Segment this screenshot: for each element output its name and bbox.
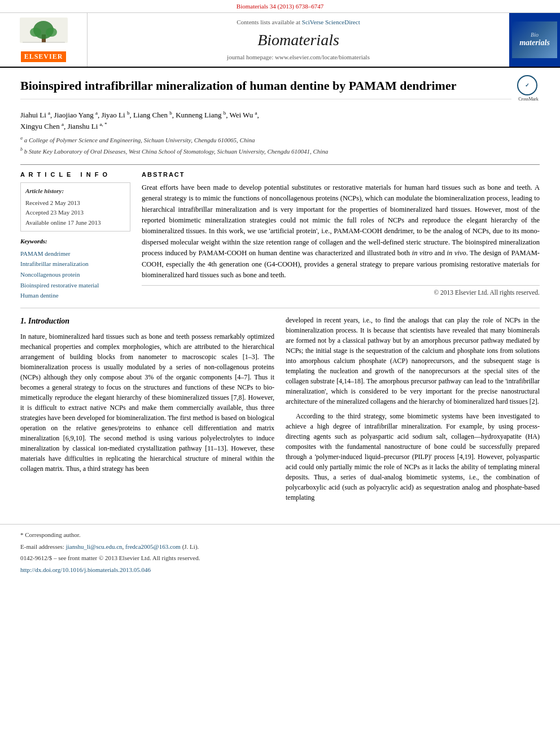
elsevier-logo: ELSEVIER <box>20 18 68 62</box>
article-footer: * Corresponding author. E-mail addresses… <box>0 524 560 582</box>
journal-name-display: Biomaterials <box>257 29 339 51</box>
journal-brand-box: Bio materials <box>509 13 560 67</box>
intro-para-2: developed in recent years, i.e., to find… <box>286 315 540 407</box>
corresponding-note-text: * Corresponding author. <box>20 531 81 538</box>
article-info-header: A R T I C L E I N F O <box>20 171 130 179</box>
abstract-text: Great efforts have been made to develop … <box>142 182 540 281</box>
elsevier-tree-icon <box>20 18 68 50</box>
copyright-line: © 2013 Elsevier Ltd. All rights reserved… <box>142 285 540 297</box>
body-col-left: 1. Introduction In nature, biomineralize… <box>20 315 274 507</box>
affiliation-a: a a College of Polymer Science and Engin… <box>20 135 540 145</box>
keyword-0[interactable]: PAMAM dendrimer <box>20 248 130 259</box>
history-title: Article history: <box>25 186 125 196</box>
body-col-right: developed in recent years, i.e., to find… <box>286 315 540 507</box>
journal-name-area: Contents lists available at SciVerse Sci… <box>88 13 509 67</box>
journal-reference: Biomaterials 34 (2013) 6738–6747 <box>0 0 560 13</box>
keyword-2[interactable]: Noncollagenous protein <box>20 269 130 280</box>
article-content: Bioinspired intrafibrillar mineralizatio… <box>0 68 560 513</box>
info-abstract-section: A R T I C L E I N F O Article history: R… <box>20 164 540 302</box>
elsevier-wordmark: ELSEVIER <box>21 51 67 62</box>
crossmark-circle[interactable]: ✓ <box>517 75 537 95</box>
accepted-date: Accepted 23 May 2013 <box>25 208 125 218</box>
article-info-col: A R T I C L E I N F O Article history: R… <box>20 171 130 302</box>
keywords-section: Keywords: PAMAM dendrimer Intrafibrillar… <box>20 237 130 301</box>
received-date: Received 2 May 2013 <box>25 198 125 208</box>
homepage-text: journal homepage: www.elsevier.com/locat… <box>227 54 370 60</box>
doi-link[interactable]: http://dx.doi.org/10.1016/j.biomaterials… <box>20 566 151 573</box>
email-addresses[interactable]: jianshu_li@scu.edu.cn <box>66 543 123 550</box>
affiliation-a-text: a College of Polymer Science and Enginee… <box>24 137 255 143</box>
keyword-3[interactable]: Bioinspired restorative material <box>20 280 130 291</box>
email-label: E-mail addresses: <box>20 543 64 550</box>
svg-point-3 <box>30 28 41 37</box>
crossmark-label: CrossMark <box>517 96 540 102</box>
journal-ref-text: Biomaterials 34 (2013) 6738–6747 <box>237 3 323 10</box>
email-line: E-mail addresses: jianshu_li@scu.edu.cn,… <box>20 542 540 552</box>
issn-line: 0142-9612/$ – see front matter © 2013 El… <box>20 553 540 563</box>
article-title: Bioinspired intrafibrillar mineralizatio… <box>20 78 511 99</box>
corresponding-note: * Corresponding author. <box>20 530 540 540</box>
available-online-date: Available online 17 June 2013 <box>25 218 125 228</box>
doi-line: http://dx.doi.org/10.1016/j.biomaterials… <box>20 565 540 575</box>
journal-header: ELSEVIER Contents lists available at Sci… <box>0 13 560 68</box>
abstract-title: ABSTRACT <box>142 171 540 179</box>
introduction-section: 1. Introduction In nature, biomineralize… <box>20 315 540 507</box>
elsevier-logo-area: ELSEVIER <box>0 13 88 67</box>
email-address-2[interactable]: fredca2005@163.com <box>125 543 181 550</box>
affiliation-b: b b State Key Laboratory of Oral Disease… <box>20 146 540 156</box>
journal-homepage: journal homepage: www.elsevier.com/locat… <box>227 53 370 62</box>
sciverse-link[interactable]: SciVerse ScienceDirect <box>302 19 360 25</box>
article-history-box: Article history: Received 2 May 2013 Acc… <box>20 182 130 231</box>
intro-para-3: According to the third strategy, some bi… <box>286 411 540 503</box>
intro-para-1: In nature, biomineralized hard tissues s… <box>20 331 274 474</box>
section1-heading: 1. Introduction <box>20 315 274 327</box>
crossmark-badge[interactable]: ✓ CrossMark <box>517 75 540 98</box>
section-divider <box>20 308 540 308</box>
journal-cover-image: Bio materials <box>512 21 557 58</box>
sciverse-prefix: Contents lists available at <box>237 19 300 25</box>
abstract-col: ABSTRACT Great efforts have been made to… <box>142 171 540 302</box>
sciverse-line: Contents lists available at SciVerse Sci… <box>237 18 360 27</box>
keyword-4[interactable]: Human dentine <box>20 290 130 301</box>
affiliation-b-text: b State Key Laboratory of Oral Diseases,… <box>24 148 329 155</box>
title-row: Bioinspired intrafibrillar mineralizatio… <box>20 78 540 105</box>
authors-line: Jiahui Li a, Jiaojiao Yang a, Jiyao Li b… <box>20 110 540 132</box>
keywords-title: Keywords: <box>20 237 130 246</box>
body-columns: 1. Introduction In nature, biomineralize… <box>20 315 540 507</box>
svg-point-4 <box>46 28 57 37</box>
keyword-1[interactable]: Intrafibrillar mineralization <box>20 259 130 269</box>
